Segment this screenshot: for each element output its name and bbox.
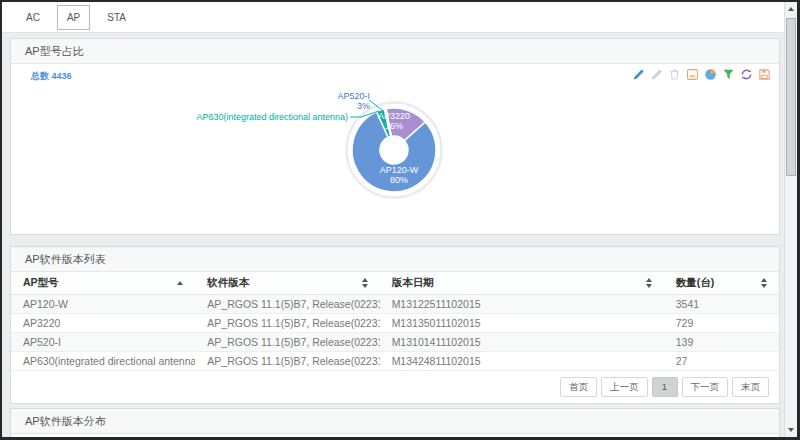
sort-asc-icon [177, 281, 183, 285]
tab-ap[interactable]: AP [57, 5, 90, 30]
version-table-body: AP120-WAP_RGOS 11.1(5)B7, Release(022310… [11, 295, 779, 371]
table-row[interactable]: AP520-IAP_RGOS 11.1(5)B7, Release(022310… [11, 333, 779, 352]
column-header-quantity[interactable]: 数量(台) [664, 272, 779, 295]
panel-title-ap-version-list: AP软件版本列表 [11, 247, 779, 272]
chart-toolbar [632, 68, 771, 81]
scroll-down-button[interactable] [785, 423, 797, 437]
edit-icon[interactable] [632, 68, 645, 81]
edit-disabled-icon [650, 68, 663, 81]
vertical-scrollbar[interactable] [784, 2, 797, 437]
save-icon[interactable] [758, 68, 771, 81]
delete-icon [668, 68, 681, 81]
table-row[interactable]: AP3220AP_RGOS 11.1(5)B7, Release(0223101… [11, 314, 779, 333]
pagination: 首页 上一页 1 下一页 末页 [11, 371, 779, 403]
tab-sta[interactable]: STA [97, 2, 136, 32]
ap-version-table: AP型号 软件版本 版本日期 数量(台) AP120-WAP_RGOS 11. [11, 272, 779, 371]
panel-title-text: AP软件版本列表 [25, 252, 106, 267]
panel-title-ap-version-distribution: AP软件版本分布 [11, 409, 779, 434]
pie-label-ap630: AP630(integrated directional antenna) [196, 112, 348, 122]
panel-ap-model-ratio: AP型号占比 总数 4436 AP3220 16% AP120-W [10, 38, 780, 235]
column-header-version-date[interactable]: 版本日期 [380, 272, 664, 295]
table-row[interactable]: AP630(integrated directional antenna)AP_… [11, 352, 779, 371]
card-icon[interactable] [686, 68, 699, 81]
sort-icon [761, 278, 767, 288]
panel-title-text: AP软件版本分布 [25, 414, 106, 429]
page-first-button[interactable]: 首页 [560, 377, 597, 397]
column-header-ap-model[interactable]: AP型号 [11, 272, 195, 295]
panel-title-ap-model-ratio: AP型号占比 [11, 39, 779, 64]
total-count-link[interactable]: 总数 4436 [31, 70, 72, 83]
panel-title-text: AP型号占比 [25, 44, 84, 59]
panel-ap-version-list: AP软件版本列表 AP型号 软件版本 版本日期 [10, 246, 780, 404]
scrollbar-thumb[interactable] [786, 18, 796, 176]
ap-model-chart-body: 总数 4436 AP3220 16% AP120-W 80% [11, 64, 779, 234]
page-content: AP型号占比 总数 4436 AP3220 16% AP120-W [10, 33, 780, 437]
page-number-button[interactable]: 1 [652, 377, 678, 397]
donut-chart[interactable] [334, 90, 454, 210]
app-window: AC AP STA AP型号占比 总数 4436 AP3220 [2, 2, 797, 437]
page-next-button[interactable]: 下一页 [682, 377, 729, 397]
up-arrow-icon [788, 7, 794, 11]
sort-icon [646, 278, 652, 288]
distribution-chart-body [11, 434, 779, 437]
down-arrow-icon [788, 428, 794, 432]
pie-chart-icon[interactable] [704, 68, 717, 81]
tab-ac[interactable]: AC [16, 2, 50, 32]
filter-icon[interactable] [722, 68, 735, 81]
refresh-icon[interactable] [740, 68, 753, 81]
table-row[interactable]: AP120-WAP_RGOS 11.1(5)B7, Release(022310… [11, 295, 779, 314]
column-header-software-version[interactable]: 软件版本 [195, 272, 379, 295]
page-last-button[interactable]: 末页 [732, 377, 769, 397]
page-prev-button[interactable]: 上一页 [601, 377, 648, 397]
tab-bar: AC AP STA [2, 2, 797, 33]
sort-icon [362, 278, 368, 288]
scroll-up-button[interactable] [785, 2, 797, 16]
panel-ap-version-distribution: AP软件版本分布 [10, 408, 780, 437]
